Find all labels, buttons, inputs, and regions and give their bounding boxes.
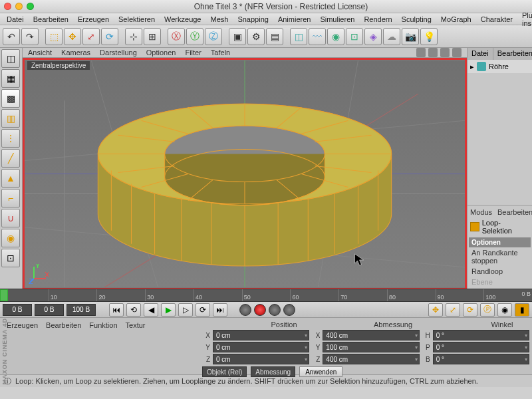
ang-p-field[interactable]: 0 ° [433,342,529,352]
step-back-button[interactable]: ⟲ [126,303,141,317]
select-tool[interactable]: ⬚ [45,28,63,45]
viewport-3d[interactable]: Zentralperspektive [23,58,467,290]
key-pos-toggle[interactable]: ✥ [428,303,443,317]
tab-erzeugen[interactable]: Erzeugen [7,321,38,329]
spline-primitive[interactable]: 〰 [309,28,326,45]
zoom-button[interactable] [27,3,34,10]
key-rot-toggle[interactable]: ⟳ [463,303,477,317]
attr-tab-modus[interactable]: Modus [470,208,492,216]
render-queue[interactable]: ▤ [266,28,283,45]
menu-selektieren[interactable]: Selektieren [114,15,159,24]
view-optionen[interactable]: Optionen [146,49,176,57]
coord-tool[interactable]: ⊞ [144,28,161,45]
deformer-tool[interactable]: ◈ [364,28,382,45]
scale-tool[interactable]: ⤢ [82,28,100,45]
menu-snapping[interactable]: Snapping [233,15,273,24]
view-darstellung[interactable]: Darstellung [100,49,137,57]
edge-mode[interactable]: ╱ [1,149,20,168]
apply-button[interactable]: Anwenden [299,366,342,377]
model-mode[interactable]: ◫ [1,49,20,68]
frame-current-field[interactable]: 0 B [35,304,64,316]
close-button[interactable] [4,3,11,10]
menu-werkzeuge[interactable]: Werkzeuge [160,15,205,24]
frame-start-field[interactable]: 0 B [3,304,32,316]
move-tool[interactable]: ✥ [64,28,81,45]
menu-simulieren[interactable]: Simulieren [316,15,358,24]
light-tool[interactable]: 💡 [420,28,438,45]
expand-icon[interactable]: ▸ [470,63,474,71]
coord-mode-select[interactable]: Objekt (Rel) [202,366,247,377]
pos-x-field[interactable]: 0 cm [213,330,309,340]
object-row-tube[interactable]: ▸ Röhre [467,60,532,73]
opt-randloop[interactable]: Randloop [469,266,531,277]
undo-button[interactable]: ↶ [3,28,20,45]
pos-y-field[interactable]: 0 cm [213,342,309,352]
ang-h-field[interactable]: 0 ° [433,330,529,340]
dim-mode-select[interactable]: Abmessung [251,366,295,377]
tweak-mode[interactable]: ⊡ [1,249,20,267]
dim-y-field[interactable]: 100 cm [323,342,419,352]
menu-erzeugen[interactable]: Erzeugen [74,15,113,24]
menu-plugins[interactable]: Plug-ins [518,11,532,28]
environment-tool[interactable]: ☁ [383,28,400,45]
tab-bearbeiten[interactable]: Bearbeiten [46,321,81,329]
ang-b-field[interactable]: 0 ° [433,354,529,364]
cube-primitive[interactable]: ◫ [290,28,307,45]
frame-end-field[interactable]: 100 B [66,304,96,316]
timeline[interactable]: 0 10 20 30 40 50 60 70 80 90 100 0 B [0,289,532,302]
menu-charakter[interactable]: Charakter [477,15,517,24]
menu-sculpting[interactable]: Sculpting [398,15,436,24]
timeline-scrubber[interactable] [0,289,8,301]
view-ansicht[interactable]: Ansicht [28,49,52,57]
axis-tool[interactable]: ⊹ [125,28,142,45]
axis-mode[interactable]: ⌐ [1,189,20,207]
object-mode[interactable]: ▦ [1,69,20,88]
dim-x-field[interactable]: 400 cm [323,330,419,340]
snap-toggle[interactable]: ∪ [1,209,20,227]
menu-mesh[interactable]: Mesh [206,15,232,24]
key-param-toggle[interactable]: Ⓟ [480,303,495,317]
y-lock[interactable]: Ⓨ [186,28,203,45]
view-tafeln[interactable]: Tafeln [211,49,230,57]
key-scale-toggle[interactable]: ⤢ [446,303,460,317]
redo-button[interactable]: ↷ [21,28,39,45]
view-nav-4[interactable] [452,48,462,57]
view-nav-1[interactable] [416,48,426,57]
view-nav-3[interactable] [440,48,450,57]
next-frame-button[interactable]: ▷ [178,303,193,317]
tab-textur[interactable]: Textur [126,321,146,329]
prev-frame-button[interactable]: ◀ [144,303,158,317]
opt-stop-at-edge[interactable]: An Randkante stoppen [469,247,531,266]
goto-start-button[interactable]: ⏮ [109,303,124,317]
tab-funktion[interactable]: Funktion [89,321,117,329]
minimize-button[interactable] [15,3,23,10]
key-misc-toggle[interactable]: ▮ [515,303,529,317]
key-pla-toggle[interactable]: ◉ [497,303,512,317]
x-lock[interactable]: Ⓧ [168,28,185,45]
render-view[interactable]: ▣ [229,28,246,45]
menu-rendern[interactable]: Rendern [360,15,396,24]
om-tab-bearbeiten[interactable]: Bearbeiten [493,48,532,60]
goto-end-button[interactable]: ⏭ [213,303,227,317]
menu-datei[interactable]: Datei [3,15,28,24]
view-filter[interactable]: Filter [185,49,201,57]
play-button[interactable]: ▶ [161,303,176,317]
render-settings[interactable]: ⚙ [247,28,265,45]
z-lock[interactable]: Ⓩ [205,28,222,45]
point-mode[interactable]: ⋮ [1,129,20,148]
menu-mograph[interactable]: MoGraph [437,15,475,24]
nurbs-primitive[interactable]: ◉ [327,28,344,45]
array-tool[interactable]: ⊡ [346,28,363,45]
attr-tab-bearbeiten[interactable]: Bearbeiten [497,208,532,216]
record-grey-1[interactable] [239,304,251,316]
view-kameras[interactable]: Kameras [61,49,90,57]
om-tab-datei[interactable]: Datei [467,48,493,60]
autokey-button[interactable] [269,304,281,316]
workplane-mode[interactable]: ▥ [1,109,20,128]
rotate-tool[interactable]: ⟳ [101,28,118,45]
pos-z-field[interactable]: 0 cm [213,354,309,364]
dim-z-field[interactable]: 400 cm [323,354,419,364]
object-name[interactable]: Röhre [489,63,509,70]
texture-mode[interactable]: ▩ [1,89,20,108]
view-nav-2[interactable] [428,48,438,57]
